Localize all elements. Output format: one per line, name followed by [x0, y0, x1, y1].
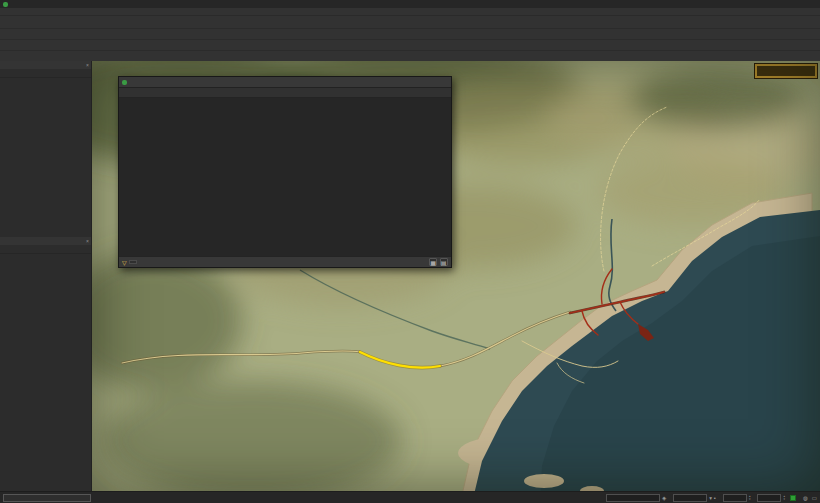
coordinate-input[interactable]: [606, 494, 660, 502]
attribute-table-filterbar: ▽ ▦ ▤: [119, 256, 451, 267]
qgis-logo-icon: [3, 2, 8, 7]
layers-panel-close-icon[interactable]: ×: [86, 238, 91, 244]
filter-funnel-icon: ▽: [122, 259, 127, 266]
attribute-table-window: ▽ ▦ ▤: [118, 76, 452, 268]
left-panel-column: × ×: [0, 61, 92, 491]
map-logo-plaque: [755, 64, 817, 78]
form-view-toggle-icon[interactable]: ▤: [440, 258, 448, 266]
magnifier-input[interactable]: [723, 494, 747, 502]
magnifier-spinner[interactable]: ▴▾: [749, 495, 751, 500]
messages-icon[interactable]: ▭: [812, 495, 817, 501]
browser-panel: ×: [0, 61, 91, 237]
browser-toolbar: [0, 69, 91, 78]
menubar: [0, 8, 820, 16]
attribute-table-titlebar[interactable]: [119, 77, 451, 88]
attribute-table-body: [119, 98, 451, 256]
layers-panel: ×: [0, 237, 91, 491]
locator-input[interactable]: [3, 494, 91, 502]
toolbar-row-1: [0, 16, 820, 29]
toolbar-row-2: [0, 29, 820, 40]
attribute-table-toolbar: [119, 88, 451, 98]
rotation-spinner[interactable]: ▴▾: [783, 495, 785, 500]
window-titlebar: [0, 0, 820, 8]
lock-scale-icon[interactable]: ▪: [714, 495, 716, 501]
rotation-input[interactable]: [757, 494, 781, 502]
scale-select[interactable]: [673, 494, 707, 502]
layers-toolbar: [0, 245, 91, 254]
qgis-logo-icon: [122, 80, 127, 85]
filter-mode-dropdown[interactable]: [129, 260, 137, 264]
browser-panel-close-icon[interactable]: ×: [86, 62, 91, 68]
extents-icon[interactable]: ◈: [662, 495, 666, 501]
toolbar-row-3: [0, 40, 820, 51]
statusbar: ◈ ▾ ▪ ▴▾ ▴▾ ◍ ▭: [0, 491, 820, 503]
layers-list: [0, 254, 91, 491]
crs-globe-icon[interactable]: ◍: [803, 495, 808, 501]
render-checkbox[interactable]: [790, 495, 796, 501]
browser-tree: [0, 78, 91, 237]
table-view-toggle-icon[interactable]: ▦: [429, 258, 437, 266]
chevron-down-icon[interactable]: ▾: [709, 495, 712, 501]
